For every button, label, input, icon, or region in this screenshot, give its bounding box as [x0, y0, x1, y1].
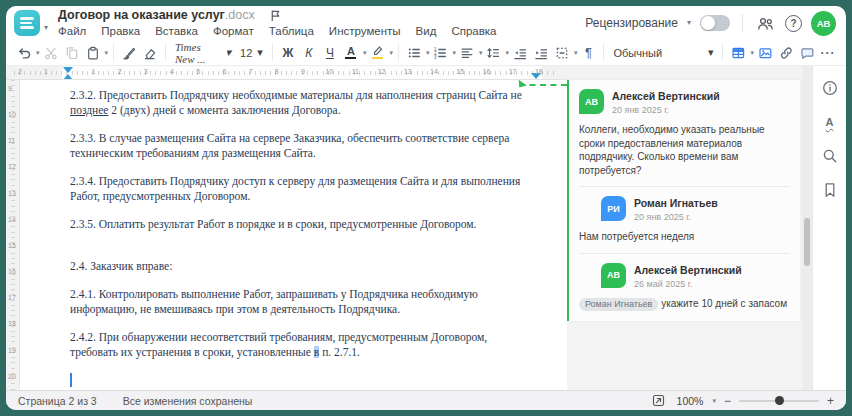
zoom-caret-icon[interactable]: ▾ [712, 397, 716, 405]
help-icon[interactable]: ? [785, 15, 802, 32]
ruler-number: 10 [8, 111, 16, 118]
undo-caret-icon[interactable]: ▾ [36, 49, 40, 57]
header: ▾ Договор на оказание услуг .docx Файл П… [6, 6, 846, 40]
first-line-indent-marker[interactable] [63, 67, 73, 73]
menu-file[interactable]: Файл [58, 25, 86, 37]
document-area: 91011121314151617181920 2.3.2. Предостав… [6, 80, 567, 390]
table-caret-icon[interactable]: ▾ [750, 49, 754, 57]
document-extension: .docx [225, 8, 255, 22]
menu-help[interactable]: Справка [451, 25, 496, 37]
bookmark-icon[interactable] [820, 181, 840, 199]
comment-text: Коллеги, необходимо указать реальные сро… [579, 123, 790, 177]
zoom-slider-thumb[interactable] [775, 396, 784, 405]
page-indicator[interactable]: Страница 2 из 3 [18, 395, 97, 407]
underline-button[interactable]: Ч [320, 42, 340, 63]
document-page[interactable]: 2.3.2. Предоставить Подрядчику необходим… [20, 80, 567, 390]
highlight-button[interactable] [367, 42, 387, 63]
ruler-number: 14 [430, 68, 438, 75]
comments-scrollbar[interactable] [802, 66, 812, 390]
spellcheck-icon[interactable]: А [820, 113, 840, 131]
save-status: Все изменения сохранены [123, 395, 253, 407]
more-tools-button[interactable]: ··· [818, 42, 838, 63]
review-mode-label[interactable]: Рецензирование [585, 16, 678, 30]
comment-date: 20 янв 2025 г. [634, 212, 718, 222]
insert-link-button[interactable] [776, 42, 796, 63]
search-icon[interactable] [820, 147, 840, 165]
undo-button[interactable] [14, 42, 34, 63]
user-avatar[interactable]: АВ [811, 11, 836, 36]
paste-caret-icon[interactable]: ▾ [105, 49, 109, 57]
track-changes-toggle[interactable] [700, 15, 730, 31]
paragraph-style-value: Обычный [613, 47, 662, 59]
paragraph-style-select[interactable]: Обычный ▾ [609, 42, 717, 63]
horizontal-ruler[interactable]: 21123456789101112131415161718 [6, 66, 567, 80]
zoom-in-button[interactable]: + [827, 394, 834, 408]
numbered-list-button[interactable]: 123 [430, 42, 450, 63]
ruler-number: 9 [301, 68, 305, 75]
bold-button[interactable]: Ж [278, 42, 298, 63]
collaboration-icon[interactable] [755, 13, 776, 34]
menu-view[interactable]: Вид [416, 25, 437, 37]
document-info-icon[interactable] [820, 79, 840, 97]
comment-author: Алексей Вертинский [634, 264, 742, 276]
paste-button[interactable] [83, 42, 103, 63]
insert-comment-button[interactable] [797, 42, 817, 63]
comment-thread[interactable]: АВ Алексей Вертинский 20 янв 2025 г. Кол… [567, 80, 800, 321]
bullet-list-caret-icon[interactable]: ▾ [426, 49, 430, 57]
bullet-list-button[interactable] [404, 42, 424, 63]
font-color-button[interactable]: А [341, 42, 361, 63]
paragraph-mark-button[interactable]: ¶ [578, 42, 598, 63]
italic-button[interactable]: К [299, 42, 319, 63]
borders-caret-icon[interactable]: ▾ [574, 49, 578, 57]
zoom-slider[interactable] [739, 400, 819, 402]
paragraph-borders-button[interactable] [552, 42, 572, 63]
highlight-caret-icon[interactable]: ▾ [389, 49, 393, 57]
vertical-ruler[interactable]: 91011121314151617181920 [6, 80, 20, 390]
header-controls: Рецензирование ▾ ? АВ [585, 11, 836, 36]
comment-author: Роман Игнатьев [634, 197, 718, 209]
cut-button[interactable] [41, 42, 61, 63]
app-logo-icon[interactable] [14, 10, 40, 36]
scrollbar-thumb[interactable] [804, 218, 810, 266]
insert-image-button[interactable] [755, 42, 775, 63]
commented-text: позднее [70, 104, 108, 116]
ruler-number: 7 [249, 68, 253, 75]
font-color-caret-icon[interactable]: ▾ [363, 49, 367, 57]
decrease-indent-button[interactable] [510, 42, 530, 63]
review-caret-icon[interactable]: ▾ [687, 19, 691, 27]
zoom-value[interactable]: 100% [677, 395, 704, 407]
paragraph: 2.4.2. При обнаружении несоответствий тр… [70, 330, 536, 360]
menu-format[interactable]: Формат [213, 25, 254, 37]
fit-width-icon[interactable] [649, 390, 669, 410]
align-caret-icon[interactable]: ▾ [479, 49, 483, 57]
zoom-out-button[interactable]: − [724, 394, 731, 408]
menu-tools[interactable]: Инструменты [329, 25, 401, 37]
menu-table[interactable]: Таблица [269, 25, 314, 37]
style-caret-icon: ▾ [708, 46, 714, 59]
menu-insert[interactable]: Вставка [155, 25, 198, 37]
line-spacing-button[interactable] [483, 42, 503, 63]
font-size-select[interactable]: 12 ▾ [236, 42, 267, 63]
copy-button[interactable] [62, 42, 82, 63]
app-menu-caret-icon[interactable]: ▾ [44, 24, 48, 32]
ruler-number: 10 [325, 68, 333, 75]
flag-icon[interactable] [269, 9, 282, 22]
comment-reply[interactable]: АВ Алексей Вертинский 26 май 2025 г. Ром… [579, 263, 790, 311]
increase-indent-button[interactable] [531, 42, 551, 63]
comments-panel: АВ Алексей Вертинский 20 янв 2025 г. Кол… [567, 66, 812, 390]
comment-reply[interactable]: РИ Роман Игнатьев 20 янв 2025 г. Нам пот… [579, 196, 790, 244]
mention-chip[interactable]: Роман Игнатьев [579, 298, 658, 311]
ruler-number: 8 [275, 68, 279, 75]
numbered-list-caret-icon[interactable]: ▾ [452, 49, 456, 57]
font-family-select[interactable]: Times New ... ▾ [171, 42, 235, 63]
font-family-caret-icon: ▾ [226, 46, 232, 59]
font-family-value: Times New ... [175, 41, 221, 65]
paragraph: 2.4.1. Контролировать выполнение Работ, … [70, 287, 536, 317]
line-spacing-caret-icon[interactable]: ▾ [505, 49, 509, 57]
format-painter-button[interactable] [119, 42, 139, 63]
comment[interactable]: АВ Алексей Вертинский 20 янв 2025 г. Кол… [579, 89, 790, 177]
align-left-button[interactable] [457, 42, 477, 63]
clear-style-button[interactable] [140, 42, 160, 63]
menu-edit[interactable]: Правка [101, 25, 140, 37]
insert-table-button[interactable] [728, 42, 748, 63]
